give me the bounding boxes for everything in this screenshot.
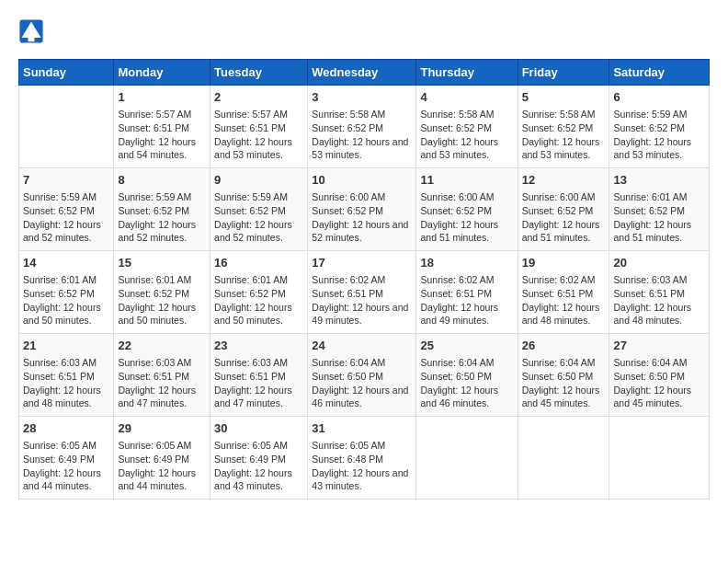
- day-info: Sunrise: 6:02 AMSunset: 6:51 PMDaylight:…: [312, 273, 412, 327]
- day-info: Sunrise: 5:58 AMSunset: 6:52 PMDaylight:…: [312, 108, 412, 162]
- header-day-thursday: Thursday: [416, 60, 518, 86]
- day-number: 5: [522, 89, 606, 106]
- calendar-cell: 22Sunrise: 6:03 AMSunset: 6:51 PMDayligh…: [114, 334, 210, 417]
- day-info: Sunrise: 5:59 AMSunset: 6:52 PMDaylight:…: [214, 190, 303, 245]
- logo: [18, 18, 46, 44]
- day-number: 8: [118, 172, 206, 189]
- calendar-cell: 11Sunrise: 6:00 AMSunset: 6:52 PMDayligh…: [416, 168, 518, 251]
- calendar-cell: 26Sunrise: 6:04 AMSunset: 6:50 PMDayligh…: [518, 334, 609, 417]
- day-number: 15: [118, 255, 206, 271]
- day-info: Sunrise: 6:03 AMSunset: 6:51 PMDaylight:…: [214, 356, 303, 410]
- calendar-cell: 19Sunrise: 6:02 AMSunset: 6:51 PMDayligh…: [518, 251, 609, 334]
- header-day-wednesday: Wednesday: [308, 60, 416, 86]
- day-number: 10: [312, 172, 412, 189]
- day-info: Sunrise: 6:05 AMSunset: 6:48 PMDaylight:…: [312, 439, 412, 493]
- day-info: Sunrise: 6:05 AMSunset: 6:49 PMDaylight:…: [23, 439, 109, 493]
- day-info: Sunrise: 5:59 AMSunset: 6:52 PMDaylight:…: [118, 190, 206, 245]
- calendar-cell: 17Sunrise: 6:02 AMSunset: 6:51 PMDayligh…: [308, 251, 416, 334]
- day-info: Sunrise: 6:04 AMSunset: 6:50 PMDaylight:…: [522, 356, 606, 410]
- day-number: 12: [522, 172, 606, 189]
- calendar-cell: [416, 417, 518, 500]
- svg-rect-2: [28, 38, 35, 41]
- day-number: 19: [522, 255, 606, 271]
- calendar-week-row: 28Sunrise: 6:05 AMSunset: 6:49 PMDayligh…: [19, 417, 710, 500]
- calendar-cell: 4Sunrise: 5:58 AMSunset: 6:52 PMDaylight…: [416, 86, 518, 168]
- calendar-cell: 6Sunrise: 5:59 AMSunset: 6:52 PMDaylight…: [609, 86, 710, 168]
- calendar-cell: 21Sunrise: 6:03 AMSunset: 6:51 PMDayligh…: [19, 334, 114, 417]
- calendar-cell: 13Sunrise: 6:01 AMSunset: 6:52 PMDayligh…: [609, 168, 710, 251]
- day-info: Sunrise: 6:00 AMSunset: 6:52 PMDaylight:…: [420, 190, 513, 245]
- day-number: 1: [118, 89, 206, 106]
- day-info: Sunrise: 6:04 AMSunset: 6:50 PMDaylight:…: [613, 356, 705, 410]
- day-number: 24: [312, 338, 412, 354]
- calendar-cell: 15Sunrise: 6:01 AMSunset: 6:52 PMDayligh…: [114, 251, 210, 334]
- day-number: 2: [214, 89, 303, 106]
- day-info: Sunrise: 5:59 AMSunset: 6:52 PMDaylight:…: [23, 190, 109, 245]
- day-number: 7: [23, 172, 109, 189]
- day-info: Sunrise: 6:01 AMSunset: 6:52 PMDaylight:…: [23, 273, 109, 327]
- calendar-cell: 31Sunrise: 6:05 AMSunset: 6:48 PMDayligh…: [308, 417, 416, 500]
- day-number: 30: [214, 420, 303, 437]
- page-header: [18, 18, 710, 44]
- day-info: Sunrise: 5:58 AMSunset: 6:52 PMDaylight:…: [420, 108, 513, 162]
- day-number: 17: [312, 255, 412, 271]
- day-number: 16: [214, 255, 303, 271]
- day-number: 31: [312, 420, 412, 437]
- day-info: Sunrise: 6:02 AMSunset: 6:51 PMDaylight:…: [522, 273, 606, 327]
- day-info: Sunrise: 5:58 AMSunset: 6:52 PMDaylight:…: [522, 108, 606, 162]
- header-day-tuesday: Tuesday: [210, 60, 308, 86]
- day-number: 22: [118, 338, 206, 354]
- day-info: Sunrise: 6:00 AMSunset: 6:52 PMDaylight:…: [312, 190, 412, 245]
- day-number: 14: [23, 255, 109, 271]
- calendar-cell: 7Sunrise: 5:59 AMSunset: 6:52 PMDaylight…: [19, 168, 114, 251]
- calendar-cell: 24Sunrise: 6:04 AMSunset: 6:50 PMDayligh…: [308, 334, 416, 417]
- day-number: 28: [23, 420, 109, 437]
- calendar-cell: 3Sunrise: 5:58 AMSunset: 6:52 PMDaylight…: [308, 86, 416, 168]
- logo-icon: [18, 18, 44, 44]
- header-day-friday: Friday: [518, 60, 609, 86]
- day-number: 26: [522, 338, 606, 354]
- calendar-table: SundayMondayTuesdayWednesdayThursdayFrid…: [18, 59, 710, 500]
- calendar-cell: 5Sunrise: 5:58 AMSunset: 6:52 PMDaylight…: [518, 86, 609, 168]
- calendar-cell: 10Sunrise: 6:00 AMSunset: 6:52 PMDayligh…: [308, 168, 416, 251]
- calendar-cell: 20Sunrise: 6:03 AMSunset: 6:51 PMDayligh…: [609, 251, 710, 334]
- day-info: Sunrise: 6:03 AMSunset: 6:51 PMDaylight:…: [613, 273, 705, 327]
- day-number: 4: [420, 89, 513, 106]
- calendar-cell: 14Sunrise: 6:01 AMSunset: 6:52 PMDayligh…: [19, 251, 114, 334]
- calendar-cell: 30Sunrise: 6:05 AMSunset: 6:49 PMDayligh…: [210, 417, 308, 500]
- day-info: Sunrise: 6:05 AMSunset: 6:49 PMDaylight:…: [118, 439, 206, 493]
- day-number: 11: [420, 172, 513, 189]
- calendar-header-row: SundayMondayTuesdayWednesdayThursdayFrid…: [19, 60, 710, 86]
- day-number: 21: [23, 338, 109, 354]
- calendar-cell: 28Sunrise: 6:05 AMSunset: 6:49 PMDayligh…: [19, 417, 114, 500]
- calendar-cell: [609, 417, 710, 500]
- calendar-cell: 12Sunrise: 6:00 AMSunset: 6:52 PMDayligh…: [518, 168, 609, 251]
- calendar-week-row: 21Sunrise: 6:03 AMSunset: 6:51 PMDayligh…: [19, 334, 710, 417]
- calendar-week-row: 14Sunrise: 6:01 AMSunset: 6:52 PMDayligh…: [19, 251, 710, 334]
- day-number: 23: [214, 338, 303, 354]
- day-info: Sunrise: 6:05 AMSunset: 6:49 PMDaylight:…: [214, 439, 303, 493]
- calendar-cell: 9Sunrise: 5:59 AMSunset: 6:52 PMDaylight…: [210, 168, 308, 251]
- day-number: 3: [312, 89, 412, 106]
- day-info: Sunrise: 6:03 AMSunset: 6:51 PMDaylight:…: [118, 356, 206, 410]
- calendar-cell: 2Sunrise: 5:57 AMSunset: 6:51 PMDaylight…: [210, 86, 308, 168]
- day-info: Sunrise: 6:01 AMSunset: 6:52 PMDaylight:…: [118, 273, 206, 327]
- day-number: 25: [420, 338, 513, 354]
- day-number: 29: [118, 420, 206, 437]
- calendar-cell: 18Sunrise: 6:02 AMSunset: 6:51 PMDayligh…: [416, 251, 518, 334]
- day-number: 6: [613, 89, 705, 106]
- day-info: Sunrise: 6:01 AMSunset: 6:52 PMDaylight:…: [214, 273, 303, 327]
- calendar-week-row: 7Sunrise: 5:59 AMSunset: 6:52 PMDaylight…: [19, 168, 710, 251]
- calendar-cell: 23Sunrise: 6:03 AMSunset: 6:51 PMDayligh…: [210, 334, 308, 417]
- calendar-cell: 29Sunrise: 6:05 AMSunset: 6:49 PMDayligh…: [114, 417, 210, 500]
- day-number: 20: [613, 255, 705, 271]
- calendar-cell: 27Sunrise: 6:04 AMSunset: 6:50 PMDayligh…: [609, 334, 710, 417]
- day-info: Sunrise: 6:00 AMSunset: 6:52 PMDaylight:…: [522, 190, 606, 245]
- header-day-monday: Monday: [114, 60, 210, 86]
- day-number: 27: [613, 338, 705, 354]
- day-info: Sunrise: 5:59 AMSunset: 6:52 PMDaylight:…: [613, 108, 705, 162]
- day-info: Sunrise: 6:03 AMSunset: 6:51 PMDaylight:…: [23, 356, 109, 410]
- header-day-saturday: Saturday: [609, 60, 710, 86]
- day-number: 13: [613, 172, 705, 189]
- calendar-cell: [518, 417, 609, 500]
